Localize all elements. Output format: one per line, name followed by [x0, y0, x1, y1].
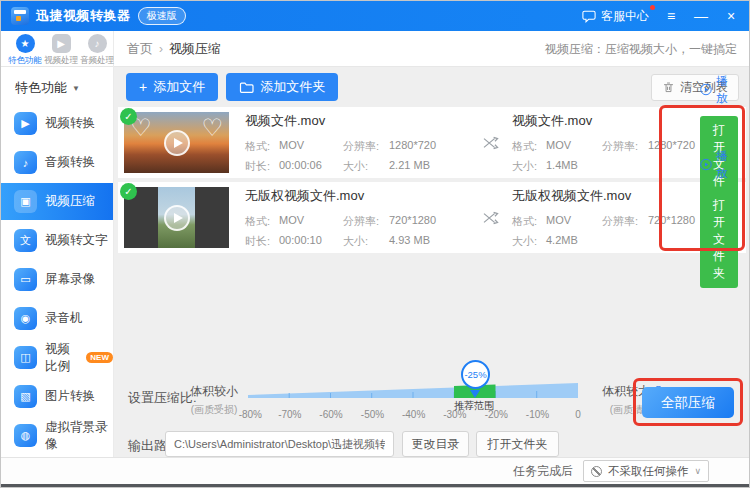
breadcrumb-home[interactable]: 首页 — [127, 40, 153, 58]
notification-dot — [650, 5, 655, 10]
chat-bubble-icon — [582, 10, 596, 23]
new-badge: NEW — [86, 352, 113, 363]
minimize-icon[interactable]: — — [693, 9, 709, 23]
play-circle-icon — [700, 83, 712, 96]
sidebar: 特色功能 ▼ ▶ 视频转换 ♪ 音频转换 ▣ 视频压缩 文 视频转文字 ▭ 屏幕… — [1, 67, 114, 457]
plus-icon: + — [139, 80, 147, 94]
breadcrumb-current: 视频压缩 — [169, 40, 221, 58]
module-tabs: ★ 特色功能 ▶ 视频处理 ♪ 音频处理 — [1, 31, 114, 67]
check-icon[interactable]: ✓ — [120, 108, 137, 125]
play-overlay-icon[interactable] — [164, 130, 190, 156]
sidebar-item-audio-convert[interactable]: ♪ 音频转换 — [1, 144, 113, 181]
tab-featured[interactable]: ★ 特色功能 — [7, 34, 43, 67]
sidebar-item-video-ratio[interactable]: ◫ 视频比例 NEW — [1, 339, 113, 376]
open-folder-button[interactable]: 打开文件夹 — [700, 191, 738, 288]
shuffle-icon — [470, 211, 512, 225]
add-folder-button[interactable]: 添加文件夹 — [226, 73, 338, 101]
no-action-icon — [591, 466, 602, 477]
sidebar-item-image-convert[interactable]: ▧ 图片转换 — [1, 378, 113, 415]
breadcrumb: 首页 › 视频压缩 — [127, 31, 221, 67]
play-overlay-icon[interactable] — [164, 205, 190, 231]
star-icon: ★ — [16, 34, 35, 53]
source-file-name: 视频文件.mov — [245, 112, 470, 130]
virtual-background-icon: ◍ — [14, 424, 37, 447]
play-button[interactable]: 播放 — [700, 73, 738, 107]
image-convert-icon: ▧ — [14, 385, 37, 408]
film-icon: ▶ — [52, 34, 71, 53]
slider-tick-labels: -80% -70% -60% -50% -40% -30% -20% -10% … — [247, 409, 579, 421]
video-thumbnail[interactable]: ✓ — [124, 187, 229, 248]
edition-badge: 极速版 — [138, 7, 186, 25]
shuffle-icon — [470, 136, 512, 150]
page-subtitle: 视频压缩：压缩视频大小，一键搞定 — [545, 31, 737, 67]
window-title: 迅捷视频转换器 — [36, 7, 131, 25]
chevron-down-icon: ∨ — [694, 466, 701, 476]
recommended-range-label: 推荐范围 — [454, 399, 494, 413]
chevron-down-icon: ▼ — [72, 84, 80, 93]
slider-handle-pin — [470, 390, 480, 398]
sidebar-item-virtual-background[interactable]: ◍ 虚拟背景录像 — [1, 417, 113, 454]
sidebar-item-screen-record[interactable]: ▭ 屏幕录像 — [1, 261, 113, 298]
output-path-input[interactable] — [165, 431, 394, 457]
change-directory-button[interactable]: 更改目录 — [402, 431, 469, 457]
video-to-text-icon: 文 — [14, 229, 37, 252]
file-row: ✓ ♡ ♡ 视频文件.mov 格式:MOV 分辨率:1280*720 时长:00… — [118, 107, 746, 178]
heart-icon: ♡ — [201, 114, 223, 142]
sidebar-item-voice-recorder[interactable]: ◉ 录音机 — [1, 300, 113, 337]
menu-icon[interactable]: ≡ — [663, 9, 679, 23]
video-convert-icon: ▶ — [14, 112, 37, 135]
output-file-name: 视频文件.mov — [512, 112, 690, 130]
source-file-info: 无版权视频文件.mov 格式:MOV 分辨率:720*1280 时长:00:00… — [245, 187, 470, 249]
sidebar-item-video-convert[interactable]: ▶ 视频转换 — [1, 105, 113, 142]
video-ratio-icon: ◫ — [14, 346, 37, 369]
source-file-info: 视频文件.mov 格式:MOV 分辨率:1280*720 时长:00:00:06… — [245, 112, 470, 174]
titlebar: 迅捷视频转换器 极速版 客服中心 ≡ — × — [1, 1, 749, 31]
folder-icon — [239, 81, 254, 94]
header: ★ 特色功能 ▶ 视频处理 ♪ 音频处理 首页 › 视频压缩 视频压缩：压缩视频… — [1, 31, 749, 67]
voice-recorder-icon: ◉ — [14, 307, 37, 330]
music-note-icon: ♪ — [88, 34, 107, 53]
window-bottom-edge — [1, 484, 749, 487]
sidebar-group-label[interactable]: 特色功能 ▼ — [1, 67, 113, 105]
sidebar-item-video-compress[interactable]: ▣ 视频压缩 — [1, 183, 113, 220]
breadcrumb-separator-icon: › — [159, 42, 163, 56]
volume-smaller-label: 体积较小 (画质受损) — [185, 381, 243, 417]
output-file-name: 无版权视频文件.mov — [512, 187, 690, 205]
tab-audio-processing[interactable]: ♪ 音频处理 — [79, 34, 115, 67]
add-file-button[interactable]: + 添加文件 — [126, 73, 218, 101]
row-actions: 播放 打开文件夹 — [690, 148, 738, 288]
file-row: ✓ 无版权视频文件.mov 格式:MOV 分辨率:720*1280 时长:00:… — [118, 182, 746, 253]
app-window: 迅捷视频转换器 极速版 客服中心 ≡ — × ★ 特色功能 ▶ 视频处理 ♪ — [0, 0, 750, 488]
check-icon[interactable]: ✓ — [120, 183, 137, 200]
video-thumbnail[interactable]: ✓ ♡ ♡ — [124, 112, 229, 173]
source-file-name: 无版权视频文件.mov — [245, 187, 470, 205]
screen-record-icon: ▭ — [14, 268, 37, 291]
tab-video-processing[interactable]: ▶ 视频处理 — [43, 34, 79, 67]
trash-icon — [662, 81, 675, 94]
file-toolbar: + 添加文件 添加文件夹 清空列表 — [114, 67, 749, 107]
close-icon[interactable]: × — [723, 9, 739, 23]
audio-convert-icon: ♪ — [14, 151, 37, 174]
play-circle-icon — [700, 158, 712, 171]
play-button[interactable]: 播放 — [700, 148, 738, 182]
slider-handle[interactable]: -25% — [461, 360, 490, 389]
service-center-label: 客服中心 — [601, 8, 649, 25]
after-task-dropdown[interactable]: 不采取任何操作 ∨ — [583, 460, 709, 482]
video-compress-icon: ▣ — [14, 190, 37, 213]
app-logo-icon — [11, 7, 29, 25]
service-center-button[interactable]: 客服中心 — [582, 8, 649, 25]
output-file-info: 视频文件.mov 格式:MOV 分辨率:1280*720 大小:1.4MB — [512, 112, 690, 174]
compress-all-button[interactable]: 全部压缩 — [642, 387, 734, 418]
status-bar: 任务完成后 不采取任何操作 ∨ — [1, 457, 749, 487]
sidebar-item-video-to-text[interactable]: 文 视频转文字 — [1, 222, 113, 259]
compression-slider[interactable] — [247, 373, 579, 399]
after-task-label: 任务完成后 — [513, 463, 573, 480]
output-file-info: 无版权视频文件.mov 格式:MOV 分辨率:720*1280 大小:4.2MB — [512, 187, 690, 249]
open-output-folder-button[interactable]: 打开文件夹 — [476, 431, 559, 457]
